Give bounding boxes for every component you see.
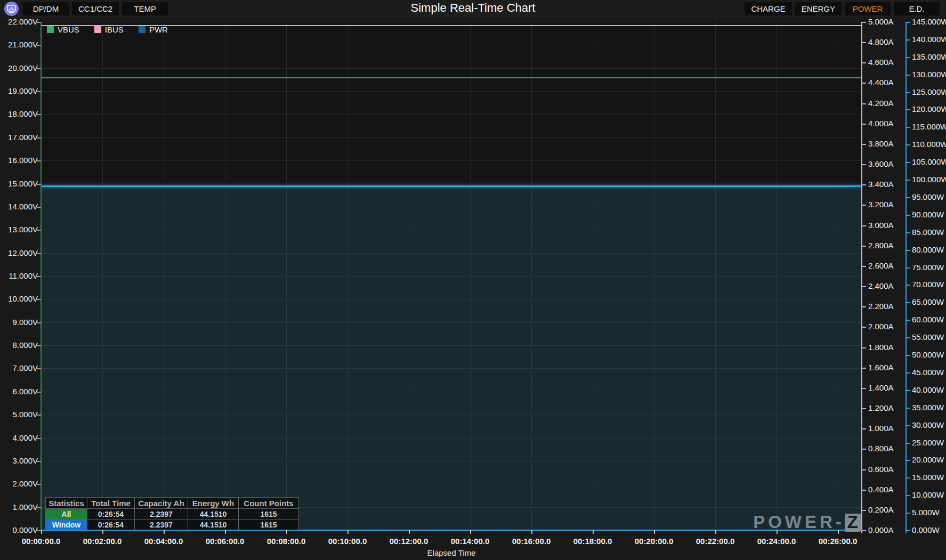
current-tick-label-tick	[862, 408, 866, 409]
power-tick-label: 5.000W	[912, 508, 940, 517]
h-gridline	[41, 68, 862, 69]
stats-cell: 2.2397	[135, 520, 188, 530]
power-tick-label: 0.000W	[912, 525, 940, 535]
stats-header-capacity-ah: Capacity Ah	[135, 498, 188, 509]
stats-row-window: Window0:26:542.239744.15101615	[46, 520, 299, 530]
stats-cell: 1615	[239, 520, 299, 530]
tab-e-d[interactable]: E.D.	[894, 2, 940, 15]
time-tick	[654, 530, 655, 534]
voltage-tick-label: 5.000V	[0, 410, 38, 419]
stats-cell: 1615	[239, 509, 299, 520]
power-tick-label: 90.000W	[912, 210, 944, 220]
power-tick-label: 85.000W	[912, 228, 944, 237]
plot-area[interactable]	[41, 22, 862, 530]
h-gridline	[41, 137, 862, 138]
power-tick-label: 100.000W	[912, 175, 946, 184]
power-tick-label: 20.000W	[912, 455, 944, 465]
legend-item-ibus[interactable]: IBUS	[94, 25, 124, 34]
current-tick-label: 0.600A	[868, 465, 894, 474]
power-tick-label: 15.000W	[912, 473, 944, 482]
voltage-tick-label: 6.000V	[0, 387, 38, 396]
left-tab-group: DP/DMCC1/CC2TEMP	[23, 2, 168, 15]
power-tick-label: 105.000W	[912, 157, 946, 167]
stats-header-total-time: Total Time	[87, 498, 135, 509]
voltage-tick-label: 21.000V	[0, 40, 38, 50]
current-tick-label: 3.000A	[868, 221, 894, 230]
current-tick-label: 0.000A	[868, 525, 894, 535]
h-gridline	[41, 160, 862, 161]
time-tick	[102, 530, 103, 534]
stats-cell: 0:26:54	[87, 509, 135, 520]
power-tick-label: 120.000W	[912, 104, 946, 114]
h-gridline	[41, 45, 862, 45]
power-tick-label-tick	[906, 109, 910, 110]
power-tick-label: 110.000W	[912, 140, 946, 149]
tab-charge[interactable]: CHARGE	[745, 2, 791, 15]
tab-dp-dm[interactable]: DP/DM	[23, 2, 69, 15]
tab-cc1-cc2[interactable]: CC1/CC2	[72, 2, 119, 15]
vbus-line	[41, 77, 862, 78]
current-tick-label: 1.200A	[868, 403, 894, 413]
legend-label: VBUS	[58, 25, 79, 34]
current-tick-label: 3.800A	[868, 139, 894, 149]
legend-item-vbus[interactable]: VBUS	[47, 25, 79, 34]
current-tick-label-tick	[862, 428, 866, 429]
current-tick-label-tick	[862, 306, 866, 307]
current-tick-label-tick	[862, 144, 866, 145]
statistics-table: StatisticsTotal TimeCapacity AhEnergy Wh…	[45, 497, 299, 530]
power-tick-label: 40.000W	[912, 385, 944, 395]
power-tick-label: 60.000W	[912, 315, 944, 324]
power-tick-label: 80.000W	[912, 245, 944, 255]
time-tick	[164, 530, 165, 534]
power-tick-label: 45.000W	[912, 368, 944, 377]
current-tick-label-tick	[862, 83, 866, 84]
power-tick-label: 10.000W	[912, 490, 944, 500]
power-tick-label: 130.000W	[912, 70, 946, 79]
power-tick-label-tick	[906, 144, 910, 145]
power-tick-label-tick	[906, 460, 910, 461]
time-tick-label: 00:08:00.0	[254, 537, 318, 546]
time-tick-label: 00:12:00.0	[377, 537, 441, 546]
power-tick-label: 140.000W	[912, 35, 946, 44]
current-tick-label: 2.600A	[868, 261, 894, 271]
power-tick-label-tick	[906, 285, 910, 286]
power-tick-label-tick	[906, 162, 910, 163]
tab-temp[interactable]: TEMP	[122, 2, 168, 15]
voltage-tick-label: 8.000V	[0, 340, 38, 350]
current-tick-label-tick	[862, 62, 866, 63]
tab-power[interactable]: POWER	[845, 2, 891, 15]
legend-item-pwr[interactable]: PWR	[139, 25, 168, 34]
current-tick-label-tick	[862, 286, 866, 287]
time-tick-label: 00:24:00.0	[745, 537, 808, 546]
power-tick-label-tick	[906, 477, 910, 478]
current-tick-label-tick	[862, 42, 866, 43]
current-tick-label: 1.800A	[868, 343, 894, 352]
stats-header-energy-wh: Energy Wh	[188, 498, 239, 509]
voltage-tick-label: 11.000V	[0, 271, 38, 281]
time-tick	[286, 530, 287, 534]
voltage-tick-label: 3.000V	[0, 456, 38, 466]
watermark-text: POWER-	[753, 512, 845, 532]
power-axis-line	[905, 22, 907, 533]
tab-energy[interactable]: ENERGY	[795, 2, 842, 15]
power-tick-label: 70.000W	[912, 280, 944, 289]
pwr-swatch-icon	[139, 26, 145, 33]
current-tick-label: 4.200A	[868, 99, 894, 108]
current-tick-label: 3.400A	[868, 180, 894, 189]
current-tick-label-tick	[862, 103, 866, 104]
power-tick-label-tick	[906, 250, 910, 251]
stats-cell: 0:26:54	[87, 520, 135, 530]
time-tick-label: 00:16:00.0	[499, 537, 563, 546]
current-tick-label: 0.400A	[868, 485, 894, 494]
waveform-chart-icon[interactable]	[4, 2, 19, 16]
stats-cell: 2.2397	[135, 509, 188, 520]
power-tick-label-tick	[906, 408, 910, 409]
current-tick-label-tick	[862, 388, 866, 389]
power-tick-label: 125.000W	[912, 87, 946, 97]
current-tick-label-tick	[862, 124, 866, 125]
time-tick-label: 00:18:00.0	[561, 537, 625, 546]
time-tick	[531, 530, 532, 534]
current-tick-label: 1.400A	[868, 383, 894, 393]
current-tick-label: 3.600A	[868, 159, 894, 169]
current-tick-label: 5.000A	[868, 17, 894, 27]
